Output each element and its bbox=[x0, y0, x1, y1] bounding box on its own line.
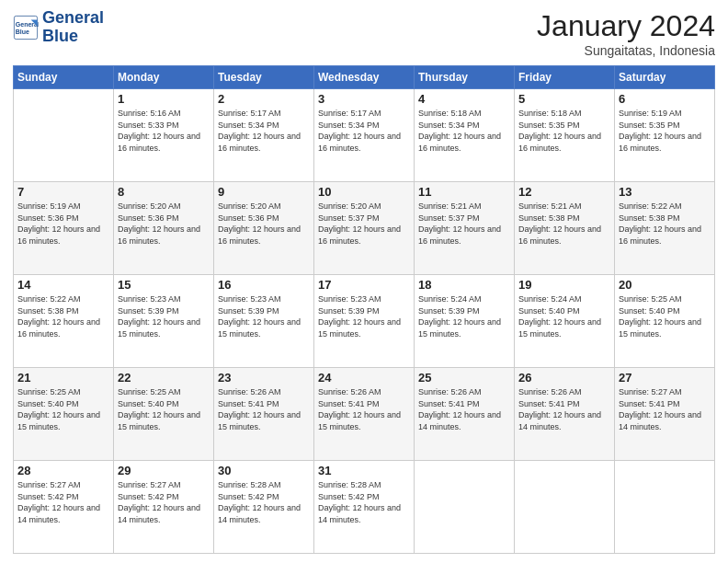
calendar-cell: 15Sunrise: 5:23 AMSunset: 5:39 PMDayligh… bbox=[114, 275, 214, 368]
day-info: Sunrise: 5:17 AMSunset: 5:34 PMDaylight:… bbox=[318, 108, 410, 154]
day-info: Sunrise: 5:16 AMSunset: 5:33 PMDaylight:… bbox=[118, 108, 210, 154]
calendar-cell: 14Sunrise: 5:22 AMSunset: 5:38 PMDayligh… bbox=[14, 275, 114, 368]
day-number: 25 bbox=[418, 371, 510, 385]
calendar-cell: 23Sunrise: 5:26 AMSunset: 5:41 PMDayligh… bbox=[214, 368, 314, 461]
day-info: Sunrise: 5:18 AMSunset: 5:34 PMDaylight:… bbox=[418, 108, 510, 154]
day-info: Sunrise: 5:28 AMSunset: 5:42 PMDaylight:… bbox=[318, 479, 410, 525]
calendar-cell bbox=[415, 461, 515, 554]
day-info: Sunrise: 5:24 AMSunset: 5:39 PMDaylight:… bbox=[418, 293, 510, 339]
day-info: Sunrise: 5:26 AMSunset: 5:41 PMDaylight:… bbox=[518, 386, 610, 432]
day-info: Sunrise: 5:27 AMSunset: 5:42 PMDaylight:… bbox=[118, 479, 210, 525]
day-number: 2 bbox=[218, 92, 310, 106]
day-info: Sunrise: 5:23 AMSunset: 5:39 PMDaylight:… bbox=[218, 293, 310, 339]
day-number: 14 bbox=[17, 278, 109, 292]
day-info: Sunrise: 5:22 AMSunset: 5:38 PMDaylight:… bbox=[619, 201, 711, 247]
calendar-cell bbox=[515, 461, 615, 554]
day-number: 18 bbox=[418, 278, 510, 292]
calendar-header-friday: Friday bbox=[515, 66, 615, 89]
calendar-cell: 31Sunrise: 5:28 AMSunset: 5:42 PMDayligh… bbox=[314, 461, 415, 554]
logo-line2: Blue bbox=[42, 28, 104, 46]
day-number: 4 bbox=[418, 92, 510, 106]
day-number: 19 bbox=[518, 278, 610, 292]
calendar-header-row: SundayMondayTuesdayWednesdayThursdayFrid… bbox=[14, 66, 715, 89]
day-info: Sunrise: 5:18 AMSunset: 5:35 PMDaylight:… bbox=[518, 108, 610, 154]
day-number: 21 bbox=[17, 371, 109, 385]
day-info: Sunrise: 5:25 AMSunset: 5:40 PMDaylight:… bbox=[17, 386, 109, 432]
calendar-week-row: 1Sunrise: 5:16 AMSunset: 5:33 PMDaylight… bbox=[14, 89, 715, 182]
calendar-cell: 16Sunrise: 5:23 AMSunset: 5:39 PMDayligh… bbox=[214, 275, 314, 368]
calendar-cell: 4Sunrise: 5:18 AMSunset: 5:34 PMDaylight… bbox=[415, 89, 515, 182]
calendar-cell: 2Sunrise: 5:17 AMSunset: 5:34 PMDaylight… bbox=[214, 89, 314, 182]
day-number: 7 bbox=[17, 185, 109, 199]
day-number: 27 bbox=[619, 371, 711, 385]
day-number: 11 bbox=[418, 185, 510, 199]
calendar-cell: 3Sunrise: 5:17 AMSunset: 5:34 PMDaylight… bbox=[314, 89, 415, 182]
calendar-header-wednesday: Wednesday bbox=[314, 66, 415, 89]
day-number: 1 bbox=[118, 92, 210, 106]
calendar-week-row: 14Sunrise: 5:22 AMSunset: 5:38 PMDayligh… bbox=[14, 275, 715, 368]
calendar-cell: 5Sunrise: 5:18 AMSunset: 5:35 PMDaylight… bbox=[515, 89, 615, 182]
day-number: 24 bbox=[318, 371, 410, 385]
day-number: 17 bbox=[318, 278, 410, 292]
day-number: 20 bbox=[619, 278, 711, 292]
day-info: Sunrise: 5:24 AMSunset: 5:40 PMDaylight:… bbox=[518, 293, 610, 339]
calendar-week-row: 28Sunrise: 5:27 AMSunset: 5:42 PMDayligh… bbox=[14, 461, 715, 554]
calendar-cell: 1Sunrise: 5:16 AMSunset: 5:33 PMDaylight… bbox=[114, 89, 214, 182]
day-info: Sunrise: 5:28 AMSunset: 5:42 PMDaylight:… bbox=[218, 479, 310, 525]
calendar-cell: 11Sunrise: 5:21 AMSunset: 5:37 PMDayligh… bbox=[415, 182, 515, 275]
day-number: 30 bbox=[218, 464, 310, 477]
day-info: Sunrise: 5:21 AMSunset: 5:37 PMDaylight:… bbox=[418, 201, 510, 247]
day-number: 6 bbox=[619, 92, 711, 106]
day-info: Sunrise: 5:25 AMSunset: 5:40 PMDaylight:… bbox=[619, 293, 711, 339]
day-info: Sunrise: 5:22 AMSunset: 5:38 PMDaylight:… bbox=[17, 293, 109, 339]
day-info: Sunrise: 5:27 AMSunset: 5:41 PMDaylight:… bbox=[619, 386, 711, 432]
calendar-cell: 29Sunrise: 5:27 AMSunset: 5:42 PMDayligh… bbox=[114, 461, 214, 554]
day-number: 22 bbox=[118, 371, 210, 385]
day-number: 26 bbox=[518, 371, 610, 385]
calendar-cell: 27Sunrise: 5:27 AMSunset: 5:41 PMDayligh… bbox=[615, 368, 715, 461]
day-info: Sunrise: 5:19 AMSunset: 5:35 PMDaylight:… bbox=[619, 108, 711, 154]
calendar-header-tuesday: Tuesday bbox=[214, 66, 314, 89]
day-info: Sunrise: 5:25 AMSunset: 5:40 PMDaylight:… bbox=[118, 386, 210, 432]
day-info: Sunrise: 5:20 AMSunset: 5:36 PMDaylight:… bbox=[218, 201, 310, 247]
day-info: Sunrise: 5:26 AMSunset: 5:41 PMDaylight:… bbox=[418, 386, 510, 432]
day-number: 12 bbox=[518, 185, 610, 199]
day-info: Sunrise: 5:19 AMSunset: 5:36 PMDaylight:… bbox=[17, 201, 109, 247]
day-info: Sunrise: 5:27 AMSunset: 5:42 PMDaylight:… bbox=[17, 479, 109, 525]
calendar-header-saturday: Saturday bbox=[615, 66, 715, 89]
day-number: 31 bbox=[318, 464, 410, 477]
calendar-week-row: 7Sunrise: 5:19 AMSunset: 5:36 PMDaylight… bbox=[14, 182, 715, 275]
calendar-header-sunday: Sunday bbox=[14, 66, 114, 89]
page: General Blue General Blue January 2024 S… bbox=[0, 0, 728, 563]
calendar-cell: 10Sunrise: 5:20 AMSunset: 5:37 PMDayligh… bbox=[314, 182, 415, 275]
calendar-cell: 8Sunrise: 5:20 AMSunset: 5:36 PMDaylight… bbox=[114, 182, 214, 275]
calendar-cell bbox=[14, 89, 114, 182]
logo: General Blue General Blue bbox=[13, 9, 104, 46]
calendar-cell: 19Sunrise: 5:24 AMSunset: 5:40 PMDayligh… bbox=[515, 275, 615, 368]
day-number: 8 bbox=[118, 185, 210, 199]
day-info: Sunrise: 5:23 AMSunset: 5:39 PMDaylight:… bbox=[318, 293, 410, 339]
day-info: Sunrise: 5:26 AMSunset: 5:41 PMDaylight:… bbox=[318, 386, 410, 432]
calendar-cell: 26Sunrise: 5:26 AMSunset: 5:41 PMDayligh… bbox=[515, 368, 615, 461]
calendar-cell: 21Sunrise: 5:25 AMSunset: 5:40 PMDayligh… bbox=[14, 368, 114, 461]
svg-rect-0 bbox=[14, 16, 37, 39]
calendar-table: SundayMondayTuesdayWednesdayThursdayFrid… bbox=[13, 65, 715, 554]
calendar-cell: 6Sunrise: 5:19 AMSunset: 5:35 PMDaylight… bbox=[615, 89, 715, 182]
calendar-cell: 20Sunrise: 5:25 AMSunset: 5:40 PMDayligh… bbox=[615, 275, 715, 368]
day-number: 13 bbox=[619, 185, 711, 199]
calendar-cell: 13Sunrise: 5:22 AMSunset: 5:38 PMDayligh… bbox=[615, 182, 715, 275]
calendar-cell: 9Sunrise: 5:20 AMSunset: 5:36 PMDaylight… bbox=[214, 182, 314, 275]
day-number: 5 bbox=[518, 92, 610, 106]
calendar-header-thursday: Thursday bbox=[415, 66, 515, 89]
day-number: 16 bbox=[218, 278, 310, 292]
logo-icon: General Blue bbox=[13, 15, 39, 40]
calendar-cell: 24Sunrise: 5:26 AMSunset: 5:41 PMDayligh… bbox=[314, 368, 415, 461]
logo-text: General Blue bbox=[42, 9, 104, 46]
day-number: 9 bbox=[218, 185, 310, 199]
day-number: 10 bbox=[318, 185, 410, 199]
day-info: Sunrise: 5:20 AMSunset: 5:36 PMDaylight:… bbox=[118, 201, 210, 247]
calendar-cell: 28Sunrise: 5:27 AMSunset: 5:42 PMDayligh… bbox=[14, 461, 114, 554]
day-info: Sunrise: 5:23 AMSunset: 5:39 PMDaylight:… bbox=[118, 293, 210, 339]
calendar-cell: 12Sunrise: 5:21 AMSunset: 5:38 PMDayligh… bbox=[515, 182, 615, 275]
header: General Blue General Blue January 2024 S… bbox=[13, 9, 715, 58]
